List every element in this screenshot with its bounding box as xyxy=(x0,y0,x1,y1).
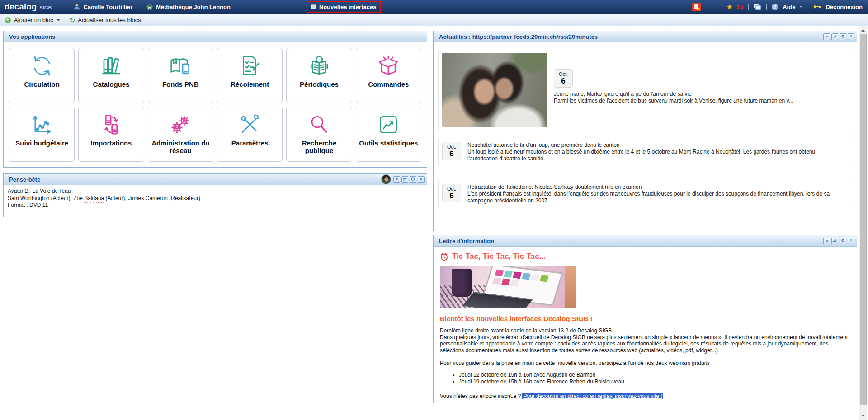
chevron-down-icon xyxy=(57,19,60,21)
panel-title: Vos applications xyxy=(9,33,425,40)
divider xyxy=(766,4,767,10)
top-navbar: decalog SIGB Camille Tourtillier Médiath… xyxy=(0,0,868,14)
news-title[interactable]: Jeune marié, Marko ignore qu'il a perdu … xyxy=(554,91,793,98)
help-menu[interactable]: Aide xyxy=(783,4,795,10)
app-tile-recolement[interactable]: Récolement xyxy=(217,48,283,103)
panel-controls: « ⇄ ⚙ × xyxy=(393,176,425,183)
collapse-icon[interactable]: « xyxy=(823,33,830,40)
new-interfaces-toggle[interactable]: Nouvelles interfaces xyxy=(307,1,381,13)
news-item-content: Neuchâtel autorise le tir d'un loup, une… xyxy=(467,142,835,162)
tile-label: Importations xyxy=(91,140,132,147)
news-summary: Un loup isolé a tué neuf moutons et en a… xyxy=(467,149,835,162)
date-day: 6 xyxy=(443,191,461,201)
app-tile-suivi-budgetaire[interactable]: Suivi budgétaire xyxy=(9,107,75,162)
gear-icon[interactable]: ⚙ xyxy=(840,238,846,244)
data-transfer-icon xyxy=(99,112,123,137)
notes-panel-header[interactable]: Pense-bête « ⇄ ⚙ × xyxy=(4,174,427,185)
gear-icon[interactable]: ⚙ xyxy=(410,176,416,183)
webinar-list: Jeudi 12 octobre de 15h à 16h avec Augus… xyxy=(459,372,850,385)
decor xyxy=(565,266,576,308)
news-panel: Actualités : https://partner-feeds.20min… xyxy=(433,31,857,231)
library-name: Médiathèque John Lennon xyxy=(156,4,231,10)
news-title[interactable]: Rétractation de Takieddine: Nicolas Sark… xyxy=(467,184,835,191)
news-photo xyxy=(442,53,547,127)
applications-panel-header[interactable]: Vos applications xyxy=(4,31,427,42)
close-icon[interactable]: × xyxy=(848,33,854,40)
newsletter-paragraph: Pour vous guider dans la prise en main d… xyxy=(440,360,850,367)
notification-count[interactable]: 15 xyxy=(737,4,743,10)
alarm-clock-icon xyxy=(440,252,448,261)
close-icon[interactable]: × xyxy=(418,176,425,183)
date-badge: Oct. 6 xyxy=(442,142,461,160)
news-summary: L'ex-président français est inquiété, da… xyxy=(467,191,835,204)
note-line: Sam Worthington (Acteur), Zoe Saldana (A… xyxy=(8,195,423,202)
info-icon: i xyxy=(772,4,778,10)
blocks-toolbar: + Ajouter un bloc ↻ Actualiser tous les … xyxy=(0,14,868,26)
newsletter-tictac-heading: Tic-Tac, Tic-Tac, Tic-Tac... xyxy=(440,252,850,261)
refresh-all-blocks-button[interactable]: ↻ Actualiser tous les blocs xyxy=(70,16,141,24)
news-item[interactable]: Oct. 6 Neuchâtel autorise le tir d'un lo… xyxy=(438,138,852,166)
gear-icon[interactable]: ⚙ xyxy=(840,33,846,40)
exit-app-icon[interactable] xyxy=(692,3,701,11)
logout-button[interactable]: Déconnexion xyxy=(826,4,863,10)
app-tile-fonds-pnb[interactable]: Fonds PNB xyxy=(148,48,213,103)
add-block-button[interactable]: + Ajouter un bloc xyxy=(5,17,60,23)
notes-content[interactable]: Avatar 2 : La Voie de l'eau Sam Worthing… xyxy=(4,185,427,217)
divider xyxy=(808,4,808,10)
app-tile-outils-statistiques[interactable]: Outils statistiques xyxy=(356,107,421,162)
app-tile-parametres[interactable]: Paramètres xyxy=(217,107,283,162)
book-device-icon xyxy=(168,54,193,78)
newsletter-outro: Vous n'êtes pas encore inscrit.e ? Pour … xyxy=(440,393,850,400)
stats-box-icon xyxy=(376,112,401,137)
right-column: Actualités : https://partner-feeds.20min… xyxy=(433,31,857,403)
books-icon xyxy=(99,54,123,78)
app-tile-circulation[interactable]: Circulation xyxy=(9,48,75,103)
app-tile-importations[interactable]: Importations xyxy=(78,107,144,162)
app-tile-catalogues[interactable]: Catalogues xyxy=(78,48,144,103)
app-tile-recherche-publique[interactable]: Recherche publique xyxy=(286,107,352,162)
scrollbar-thumb[interactable] xyxy=(860,34,867,405)
date-month: Oct. xyxy=(443,186,461,191)
date-day: 6 xyxy=(443,149,461,159)
newspaper-reader-icon xyxy=(307,54,331,78)
tile-label: Outils statistiques xyxy=(359,140,418,147)
refresh-icon[interactable]: ⇄ xyxy=(401,176,408,183)
scroll-up-arrow[interactable] xyxy=(861,29,865,32)
scroll-down-arrow[interactable] xyxy=(861,415,865,417)
news-item-content: Rétractation de Takieddine: Nicolas Sark… xyxy=(467,184,835,204)
news-title[interactable]: Neuchâtel autorise le tir d'un loup, une… xyxy=(467,142,835,149)
news-item[interactable]: Oct. 6 Rétractation de Takieddine: Nicol… xyxy=(438,180,852,208)
add-block-label: Ajouter un bloc xyxy=(14,17,53,23)
date-badge: Oct. 6 xyxy=(554,69,573,88)
new-interfaces-checkbox[interactable] xyxy=(311,4,316,9)
panel-controls: « ⇄ ⚙ × xyxy=(823,238,854,244)
user-icon xyxy=(73,3,80,10)
newsletter-panel-header[interactable]: Lettre d'information « ⇄ ⚙ × xyxy=(434,235,857,247)
app-tile-periodiques[interactable]: Périodiques xyxy=(286,48,352,103)
plus-icon: + xyxy=(5,17,11,23)
vertical-scrollbar[interactable] xyxy=(859,26,867,420)
collapse-icon[interactable]: « xyxy=(393,176,400,183)
panel-title: Lettre d'information xyxy=(439,238,823,244)
tile-label: Périodiques xyxy=(300,81,339,89)
current-library[interactable]: Médiathèque John Lennon xyxy=(146,3,231,10)
app-logo[interactable]: decalog SIGB xyxy=(5,2,52,12)
app-tile-administration-reseau[interactable]: Administration du réseau xyxy=(148,107,213,162)
app-tile-commandes[interactable]: Commandes xyxy=(356,48,421,103)
star-favorites-icon[interactable]: ★ xyxy=(726,3,732,11)
outro-text: Vous n'êtes pas encore inscrit.e ? xyxy=(440,393,522,399)
applications-grid: Circulation Catalogues xyxy=(4,42,427,167)
newsletter-content: Tic-Tac, Tic-Tac, Tic-Tac... Bientôt les… xyxy=(434,247,857,403)
news-panel-header[interactable]: Actualités : https://partner-feeds.20min… xyxy=(434,31,857,42)
stacked-windows-icon[interactable] xyxy=(754,4,761,10)
chevron-down-icon[interactable] xyxy=(799,6,803,8)
collapse-icon[interactable]: « xyxy=(823,238,830,244)
refresh-icon[interactable]: ⇄ xyxy=(831,33,838,40)
note-line: Avatar 2 : La Voie de l'eau xyxy=(8,188,423,195)
current-user[interactable]: Camille Tourtillier xyxy=(73,3,132,10)
tile-label: Fonds PNB xyxy=(162,81,199,89)
close-icon[interactable]: × xyxy=(848,238,854,244)
refresh-icon[interactable]: ⇄ xyxy=(831,238,838,244)
news-item[interactable]: Oct. 6 Jeune marié, Marko ignore qu'il a… xyxy=(438,49,852,131)
signup-link[interactable]: Pour découvrir en direct ou en replay, i… xyxy=(522,393,663,399)
